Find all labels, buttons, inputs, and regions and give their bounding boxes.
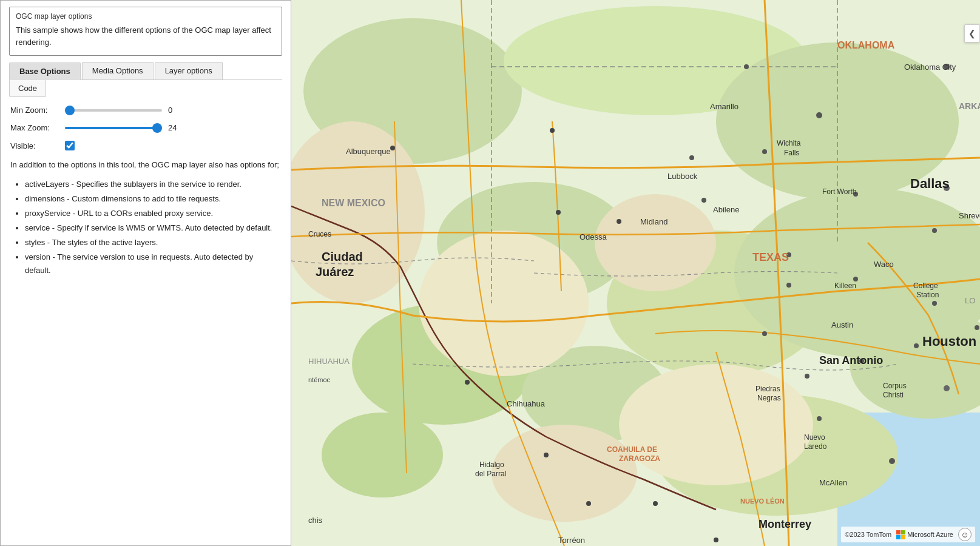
tomtom-attribution: ©2023 TomTom <box>845 531 891 538</box>
svg-point-41 <box>975 325 979 330</box>
svg-text:NUEVO LÉON: NUEVO LÉON <box>740 497 785 505</box>
bullet-item: proxyService - URL to a CORs enabled pro… <box>25 207 281 220</box>
svg-point-36 <box>853 277 858 281</box>
svg-point-27 <box>689 155 694 160</box>
svg-text:Waco: Waco <box>874 260 894 269</box>
svg-text:Austin: Austin <box>831 320 853 329</box>
svg-point-51 <box>714 538 718 542</box>
svg-text:Killeen: Killeen <box>834 281 856 290</box>
svg-text:del Parral: del Parral <box>475 470 506 478</box>
svg-point-16 <box>595 194 716 291</box>
panel-title-box: OGC map layer options This sample shows … <box>9 7 282 56</box>
svg-text:HIHUAHUA: HIHUAHUA <box>308 357 350 366</box>
tab-code[interactable]: Code <box>9 80 46 97</box>
svg-text:Oklahoma City: Oklahoma City <box>904 62 956 72</box>
left-panel: OGC map layer options This sample shows … <box>0 0 291 546</box>
svg-text:OKLAHOMA: OKLAHOMA <box>837 40 895 50</box>
panel-title: OGC map layer options <box>16 12 275 21</box>
svg-text:Wichita: Wichita <box>777 139 801 147</box>
svg-point-47 <box>465 380 470 385</box>
svg-text:NEW MEXICO: NEW MEXICO <box>322 198 385 208</box>
svg-point-39 <box>786 283 791 288</box>
svg-text:ARKAN: ARKAN <box>959 101 980 111</box>
svg-text:Monterrey: Monterrey <box>759 518 811 530</box>
visible-checkbox[interactable] <box>65 141 75 150</box>
svg-point-11 <box>322 413 443 497</box>
svg-text:Negras: Negras <box>757 394 781 402</box>
tab-base-options[interactable]: Base Options <box>9 62 81 80</box>
svg-text:Nuevo: Nuevo <box>804 433 825 442</box>
svg-text:Abilene: Abilene <box>713 205 739 214</box>
bullet-item: version - The service version to use in … <box>25 251 281 277</box>
tab-media-options[interactable]: Media Options <box>82 62 154 79</box>
svg-point-46 <box>805 374 809 379</box>
svg-point-38 <box>762 331 767 336</box>
ms-square-blue <box>896 535 901 539</box>
svg-text:Dallas: Dallas <box>910 176 950 191</box>
ms-square-green <box>901 530 905 534</box>
svg-point-30 <box>617 219 621 224</box>
min-zoom-slider[interactable] <box>65 109 162 112</box>
panel-description: This sample shows how the different opti… <box>16 24 275 48</box>
max-zoom-slider-container: 24 <box>65 123 281 132</box>
svg-text:Houston: Houston <box>922 334 976 349</box>
svg-text:College: College <box>913 281 938 290</box>
svg-point-49 <box>586 501 591 506</box>
svg-point-28 <box>762 149 767 154</box>
feedback-button[interactable]: ☺ <box>958 528 972 541</box>
map-svg: Albuquerque NEW MEXICO Amarillo OKLAHOMA… <box>291 0 980 546</box>
svg-point-31 <box>701 198 706 203</box>
svg-text:LO: LO <box>965 296 975 305</box>
svg-point-45 <box>889 458 895 464</box>
svg-point-22 <box>390 146 395 150</box>
svg-text:ZARAGOZA: ZARAGOZA <box>619 454 660 463</box>
svg-point-50 <box>653 501 658 506</box>
svg-text:Lubbock: Lubbock <box>667 172 698 181</box>
svg-text:ntémoc: ntémoc <box>308 376 331 383</box>
map-attribution: ©2023 TomTom Microsoft Azure ☺ <box>841 527 975 542</box>
collapse-button[interactable]: ❮ <box>964 24 980 42</box>
map-container: Albuquerque NEW MEXICO Amarillo OKLAHOMA… <box>291 0 980 546</box>
svg-point-40 <box>914 343 919 348</box>
svg-point-29 <box>556 210 561 215</box>
svg-text:Midland: Midland <box>640 217 668 226</box>
visible-checkbox-container <box>65 141 75 150</box>
svg-text:Albuquerque: Albuquerque <box>346 147 391 156</box>
min-zoom-label: Min Zoom: <box>10 106 65 115</box>
svg-point-48 <box>544 453 549 457</box>
smiley-icon: ☺ <box>961 530 968 539</box>
svg-text:Corpus: Corpus <box>883 382 907 390</box>
svg-text:chis: chis <box>308 516 323 525</box>
microsoft-azure-logo: Microsoft Azure <box>896 530 953 539</box>
microsoft-azure-label: Microsoft Azure <box>907 531 953 538</box>
chevron-left-icon: ❮ <box>968 29 976 38</box>
ms-square-red <box>896 530 901 534</box>
svg-text:Amarillo: Amarillo <box>710 102 738 111</box>
min-zoom-value: 0 <box>168 106 180 115</box>
svg-text:Laredo: Laredo <box>804 442 827 451</box>
svg-text:Christi: Christi <box>883 391 904 399</box>
svg-text:Piedras: Piedras <box>755 385 780 393</box>
max-zoom-label: Max Zoom: <box>10 123 65 132</box>
svg-point-37 <box>932 301 937 306</box>
max-zoom-value: 24 <box>168 123 180 132</box>
svg-point-15 <box>419 231 589 376</box>
svg-point-25 <box>816 112 822 118</box>
svg-text:Torréon: Torréon <box>558 536 585 545</box>
max-zoom-row: Max Zoom: 24 <box>10 123 281 132</box>
svg-text:Hidalgo: Hidalgo <box>479 460 504 469</box>
bullet-item: service - Specify if service is WMS or W… <box>25 221 281 235</box>
bullet-list: activeLayers - Specifies the sublayers i… <box>10 178 281 278</box>
bullet-item: styles - The styles of the active layers… <box>25 236 281 249</box>
ms-square-yellow <box>901 535 905 539</box>
svg-point-44 <box>817 416 822 421</box>
svg-text:COAHUILA DE: COAHUILA DE <box>607 445 657 454</box>
svg-text:Juárez: Juárez <box>316 265 354 278</box>
tab-layer-options[interactable]: Layer options <box>155 62 223 79</box>
svg-text:TEXAS: TEXAS <box>752 251 789 263</box>
tabs-row: Base Options Media Options Layer options <box>9 62 282 80</box>
max-zoom-slider[interactable] <box>65 127 162 129</box>
microsoft-squares-icon <box>896 530 905 539</box>
svg-text:Falls: Falls <box>784 149 799 157</box>
svg-point-23 <box>550 128 555 133</box>
